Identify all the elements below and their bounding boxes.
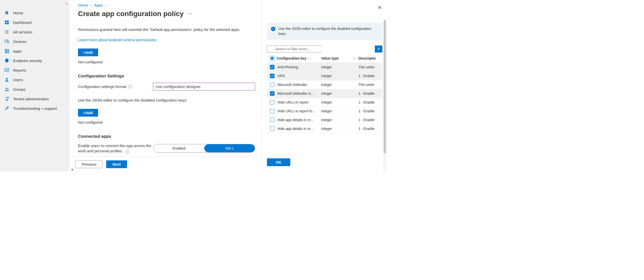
svg-rect-16	[6, 52, 7, 53]
search-input[interactable]	[267, 45, 322, 53]
svg-point-20	[6, 88, 7, 89]
cell-type: integer	[321, 91, 358, 96]
more-actions-button[interactable]: ···	[188, 12, 192, 16]
toggle-notconfigured-option[interactable]: Not c	[204, 144, 255, 152]
breadcrumb-apps[interactable]: Apps	[94, 3, 103, 7]
main-content: Home › Apps › Create app configuration p…	[69, 0, 261, 172]
info-icon[interactable]: i	[128, 85, 132, 88]
svg-rect-17	[8, 52, 9, 53]
config-status: Not configured	[78, 120, 255, 124]
column-header-key[interactable]: Configuration key ↑↓	[276, 56, 321, 60]
table-row[interactable]: Microsoft Defender in…integer1 - Enable	[267, 89, 382, 98]
sidebar-item-label: Reports	[13, 68, 26, 72]
cell-key: Hide app details in re…	[276, 127, 321, 131]
sidebar-item-troubleshooting-support[interactable]: Troubleshooting + support	[0, 104, 69, 113]
sidebar-item-apps[interactable]: Apps	[0, 46, 69, 56]
learn-more-link[interactable]: Learn more about Android runtime permiss…	[78, 38, 156, 42]
config-format-select[interactable]: Use configuration designer	[153, 83, 255, 90]
row-checkbox[interactable]	[270, 91, 274, 96]
breadcrumb-home[interactable]: Home	[78, 3, 88, 7]
connected-apps-toggle[interactable]: Enabled Not c	[153, 144, 255, 153]
column-header-desc[interactable]: Descriptio	[358, 56, 382, 60]
config-keys-panel: ✕ i Use the JSON editor to configure the…	[261, 0, 386, 172]
cell-type: integer	[321, 109, 358, 113]
sidebar-item-label: Devices	[13, 39, 26, 44]
reports-icon	[4, 67, 10, 73]
cell-desc: 1 - Enable	[358, 127, 382, 131]
sidebar-item-label: Endpoint security	[13, 59, 42, 63]
row-checkbox[interactable]	[270, 126, 274, 131]
table-row[interactable]: Hide URLs in reportinteger1 - Enable	[267, 98, 382, 107]
dashboard-icon	[4, 20, 10, 25]
table-row[interactable]: Hide URLs in report fo…integer1 - Enable	[267, 107, 382, 116]
row-checkbox[interactable]	[270, 65, 274, 69]
sidebar-collapse-button[interactable]: «	[66, 2, 67, 5]
list-icon	[4, 29, 10, 35]
row-checkbox[interactable]	[270, 74, 274, 78]
previous-button[interactable]: Previous	[75, 160, 103, 168]
cell-desc: 1 - Enable	[358, 74, 382, 78]
config-settings-heading: Configuration Settings	[78, 74, 255, 79]
breadcrumb: Home › Apps ›	[78, 3, 255, 7]
table-row[interactable]: Microsoft DefenderintegerThis settin	[267, 80, 382, 89]
row-checkbox[interactable]	[270, 118, 274, 122]
close-panel-button[interactable]: ✕	[378, 5, 382, 11]
cell-key: Hide app details in re…	[276, 118, 321, 122]
cell-desc: This settin	[358, 83, 382, 87]
clear-search-button[interactable]: ×	[375, 45, 382, 53]
svg-point-23	[8, 97, 9, 98]
svg-point-22	[6, 97, 8, 98]
sidebar-item-tenant-administration[interactable]: Tenant administration	[0, 94, 69, 104]
toggle-enabled-option[interactable]: Enabled	[154, 144, 204, 152]
sidebar-item-label: Home	[13, 11, 23, 15]
panel-scrollbar[interactable]	[383, 20, 386, 172]
column-header-type[interactable]: Value type ↑↓	[321, 56, 358, 60]
sidebar-item-label: Groups	[13, 87, 25, 91]
sidebar-item-label: Users	[13, 78, 23, 82]
svg-rect-12	[5, 51, 6, 52]
sidebar-item-reports[interactable]: Reports	[0, 65, 69, 75]
row-checkbox[interactable]	[270, 109, 274, 113]
wizard-footer: Previous Next	[69, 157, 261, 172]
cell-type: integer	[321, 127, 358, 131]
row-checkbox[interactable]	[270, 82, 274, 87]
ok-button[interactable]: OK	[267, 158, 290, 166]
table-row[interactable]: VPNinteger1 - Enable	[267, 72, 382, 80]
sidebar-item-all-services[interactable]: All services	[0, 27, 69, 37]
svg-rect-14	[8, 51, 9, 52]
info-banner-text: Use the JSON editor to configure the dis…	[278, 26, 378, 36]
permissions-description: Permissions granted here will override t…	[78, 27, 255, 32]
svg-rect-11	[8, 49, 9, 50]
add-config-button[interactable]: +Add	[78, 109, 98, 117]
add-permission-button[interactable]: +Add	[78, 49, 98, 56]
svg-rect-13	[6, 51, 7, 52]
sidebar-item-dashboard[interactable]: Dashboard	[0, 18, 69, 27]
apps-icon	[4, 48, 10, 54]
sidebar-item-endpoint-security[interactable]: Endpoint security	[0, 56, 69, 65]
scrollbar-thumb[interactable]	[384, 20, 386, 153]
svg-rect-18	[5, 68, 9, 71]
sidebar-item-devices[interactable]: Devices	[0, 37, 69, 46]
connected-apps-label: Enable users to connect this app across …	[78, 143, 153, 154]
sidebar-item-home[interactable]: Home	[0, 8, 69, 18]
table-row[interactable]: Hide app details in re…integer1 - Enable	[267, 124, 382, 133]
row-checkbox[interactable]	[270, 100, 274, 105]
shield-icon	[4, 58, 10, 63]
sidebar-item-label: Dashboard	[13, 20, 31, 25]
svg-rect-9	[5, 49, 6, 50]
page-title-text: Create app configuration policy	[78, 10, 184, 18]
svg-rect-15	[5, 52, 6, 53]
table-row[interactable]: Hide app details in re…integer1 - Enable	[267, 116, 382, 124]
json-hint: Use the JSON editor to configure the dis…	[78, 98, 255, 102]
select-all-checkbox[interactable]	[270, 56, 274, 61]
sidebar-item-users[interactable]: Users	[0, 75, 69, 84]
svg-rect-10	[6, 49, 7, 50]
next-button[interactable]: Next	[106, 160, 127, 168]
table-row[interactable]: Anti-PhishingintegerThis settin	[267, 63, 382, 72]
svg-rect-1	[7, 21, 9, 22]
info-icon[interactable]: i	[126, 150, 129, 154]
horizontal-scroll-left[interactable]: ◄	[70, 168, 73, 171]
cell-type: integer	[321, 74, 358, 78]
sidebar-item-groups[interactable]: Groups	[0, 84, 69, 94]
svg-rect-2	[5, 23, 7, 24]
